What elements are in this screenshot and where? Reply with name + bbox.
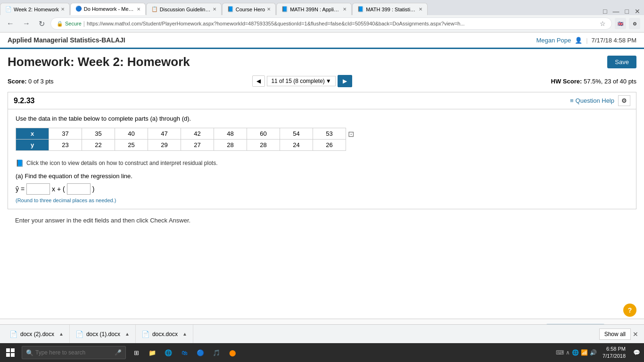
extension-icon-1[interactable]: 🇬🇧 [615, 18, 626, 29]
data-table: x 37 35 40 47 42 48 60 54 53 y 23 [16, 128, 346, 151]
hw-score-value: 57.5%, 23 of 40 pts [584, 78, 636, 85]
tab-4-close[interactable]: ✕ [265, 7, 271, 12]
user-icon: 👤 [575, 37, 582, 44]
divider: | [586, 37, 587, 44]
page-indicator: 11 of 15 (8 complete) [271, 78, 324, 84]
tab-3-icon: 📋 [151, 6, 158, 13]
user-link[interactable]: Megan Pope [536, 37, 571, 44]
secure-icon: 🔒 [57, 21, 63, 27]
y-val-3: 29 [148, 140, 181, 151]
intercept-input[interactable] [67, 183, 91, 195]
tab-3-label: Discussion Guidelines - [160, 7, 211, 12]
hw-score-display: HW Score: 57.5%, 23 of 40 pts [551, 78, 636, 85]
app-header: Applied Managerial Statistics-BALAJI Meg… [0, 33, 644, 49]
tab-1-icon: 📄 [5, 6, 12, 13]
x-row: x 37 35 40 47 42 48 60 54 53 [16, 128, 346, 140]
tab-1-close[interactable]: ✕ [59, 7, 65, 12]
chevron-down-icon: ▼ [326, 78, 331, 84]
minimize-button[interactable]: — [613, 8, 619, 15]
url-box[interactable]: 🔒 Secure | https://www.mathxl.com/Studen… [50, 17, 612, 30]
tab-4-icon: 📘 [227, 6, 234, 13]
x-val-3: 47 [148, 128, 181, 140]
x-val-8: 53 [313, 128, 346, 140]
question-help-button[interactable]: ≡ Question Help [570, 97, 614, 104]
score-label: Score: [8, 78, 26, 85]
instruction-text: Use the data in the table below to compl… [16, 115, 628, 122]
question-body: Use the data in the table below to compl… [8, 109, 636, 209]
tab-6-label: MATH 399 : Statistics - [366, 7, 417, 12]
x-val-2: 40 [115, 128, 148, 140]
tab-2-close[interactable]: ✕ [135, 7, 140, 12]
x-val-6: 60 [247, 128, 280, 140]
tab-6[interactable]: 📘 MATH 399 : Statistics - ✕ [352, 3, 428, 15]
extension-icon-2[interactable]: ⚙ [629, 18, 640, 29]
forward-button[interactable]: → [20, 18, 33, 29]
score-value: 0 of 3 pts [28, 78, 53, 85]
url-text: https://www.mathxl.com/Student/PlayerHom… [87, 21, 597, 26]
tab-2[interactable]: 🔵 Do Homework - Megar ✕ [70, 3, 146, 15]
expand-table-button[interactable]: ⊡ [348, 130, 354, 139]
y-row: y 23 22 25 29 27 28 28 24 26 [16, 140, 346, 151]
page-selector[interactable]: 11 of 15 (8 complete) ▼ [267, 76, 335, 86]
x-val-0: 37 [49, 128, 82, 140]
nav-controls: ◀ 11 of 15 (8 complete) ▼ ▶ [252, 75, 352, 87]
app-title: Applied Managerial Statistics-BALAJI [8, 36, 125, 44]
slope-input[interactable] [26, 183, 50, 195]
hw-title: Homework: Week 2: Homework [8, 55, 190, 69]
browser-chrome: 📄 Week 2: Homework ✕ 🔵 Do Homework - Meg… [0, 0, 644, 33]
tab-5[interactable]: 📘 MATH 399N : Applied m ✕ [276, 3, 352, 15]
tab-2-icon: 🔵 [75, 6, 82, 12]
hw-header: Homework: Week 2: Homework Save [8, 55, 636, 69]
datetime-display: 7/17/18 4:58 PM [592, 37, 636, 44]
close-window-button[interactable]: ✕ [635, 8, 640, 15]
x-val-7: 54 [280, 128, 313, 140]
y-val-5: 28 [214, 140, 247, 151]
equation-mid: x + ( [52, 185, 65, 193]
x-val-1: 35 [82, 128, 115, 140]
tab-5-icon: 📘 [281, 6, 288, 13]
page-content: Homework: Week 2: Homework Save Score: 0… [0, 49, 644, 233]
tab-1[interactable]: 📄 Week 2: Homework ✕ [0, 3, 70, 15]
x-val-5: 48 [214, 128, 247, 140]
hw-score-label: HW Score: [551, 78, 582, 85]
x-val-4: 42 [181, 128, 214, 140]
tab-bar: 📄 Week 2: Homework ✕ 🔵 Do Homework - Meg… [0, 0, 644, 15]
save-button[interactable]: Save [607, 56, 636, 68]
secure-label: Secure [65, 21, 82, 26]
prev-question-button[interactable]: ◀ [252, 75, 265, 87]
question-header: 9.2.33 ≡ Question Help ⚙ [8, 92, 636, 109]
equation-suffix: ) [92, 185, 95, 193]
question-help-label: Question Help [576, 97, 614, 104]
tab-2-label: Do Homework - Megar [84, 6, 135, 12]
enter-answer-note: Enter your answer in the edit fields and… [8, 209, 636, 228]
bookmark-icon[interactable]: ☆ [600, 20, 606, 27]
tab-1-label: Week 2: Homework [14, 7, 59, 12]
tab-3-close[interactable]: ✕ [211, 7, 216, 12]
refresh-button[interactable]: ↻ [36, 18, 48, 29]
tab-4[interactable]: 📘 Course Hero ✕ [222, 3, 276, 15]
tab-6-close[interactable]: ✕ [417, 7, 422, 12]
equation-row: ŷ = x + ( ) [16, 183, 628, 195]
y-header: y [16, 140, 49, 151]
score-row: Score: 0 of 3 pts ◀ 11 of 15 (8 complete… [8, 75, 636, 87]
maximize-button[interactable]: □ [625, 8, 629, 15]
next-question-button[interactable]: ▶ [338, 75, 352, 87]
y-val-2: 25 [115, 140, 148, 151]
new-tab-button[interactable]: □ [603, 8, 607, 15]
part-a-label: (a) Find the equation of the regression … [16, 173, 628, 180]
url-separator: | [83, 20, 85, 27]
address-bar: ← → ↻ 🔒 Secure | https://www.mathxl.com/… [0, 15, 644, 32]
tab-4-label: Course Hero [236, 7, 265, 12]
y-val-1: 22 [82, 140, 115, 151]
question-number: 9.2.33 [14, 97, 34, 105]
y-val-4: 27 [181, 140, 214, 151]
icon-note: 📘 Click the icon to view details on how … [16, 159, 628, 167]
tab-3[interactable]: 📋 Discussion Guidelines - ✕ [146, 3, 222, 15]
equation-prefix: ŷ = [16, 185, 25, 193]
tab-5-label: MATH 399N : Applied m [290, 7, 341, 12]
back-button[interactable]: ← [4, 18, 17, 29]
tab-5-close[interactable]: ✕ [341, 7, 347, 12]
user-area: Megan Pope 👤 | 7/17/18 4:58 PM [536, 37, 636, 44]
settings-button[interactable]: ⚙ [618, 95, 630, 106]
book-icon[interactable]: 📘 [16, 159, 24, 167]
